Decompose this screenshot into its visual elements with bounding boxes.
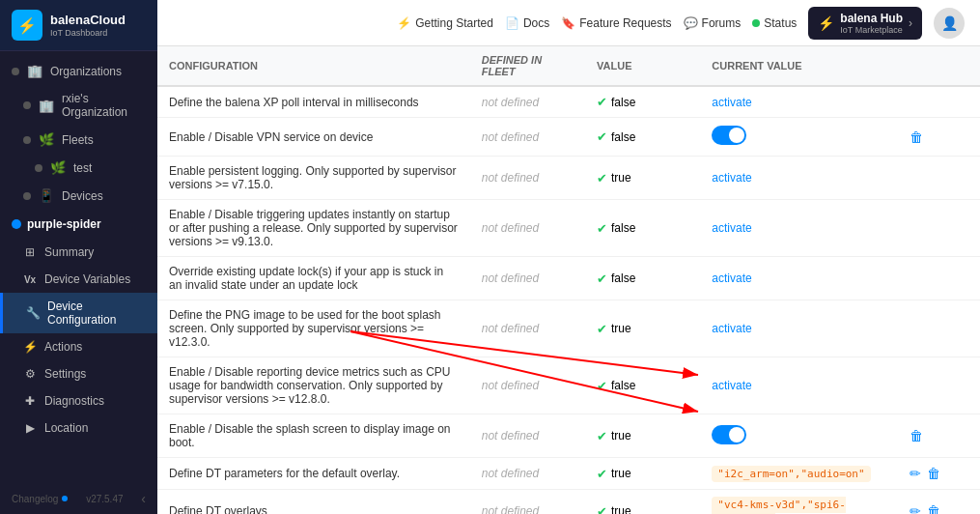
config-current-value[interactable]: activate (700, 257, 897, 300)
rxie-label: rxie's Organization (62, 92, 146, 119)
toggle-switch[interactable] (712, 126, 746, 145)
table-row: Enable / Disable reporting device metric… (157, 357, 980, 414)
delete-button[interactable]: 🗑 (910, 129, 923, 145)
test-label: test (73, 161, 92, 175)
sidebar-item-actions[interactable]: ⚡ Actions (0, 333, 157, 360)
device-config-icon: 🔧 (26, 306, 40, 320)
hub-icon: ⚡ (818, 15, 834, 31)
table-row: Define the PNG image to be used for the … (157, 300, 980, 357)
sidebar-item-summary[interactable]: ⊞ Summary (0, 239, 157, 266)
delete-button[interactable]: 🗑 (910, 428, 923, 443)
sidebar-item-rxie-org[interactable]: 🏢 rxie's Organization (0, 85, 157, 126)
feature-requests-link[interactable]: 🔖 Feature Requests (561, 16, 671, 30)
activate-link[interactable]: activate (712, 379, 751, 392)
check-icon: ✔ (597, 171, 607, 186)
delete-button[interactable]: 🗑 (927, 503, 940, 514)
delete-button[interactable]: 🗑 (927, 466, 940, 481)
config-value: ✔false (585, 86, 700, 118)
sidebar-footer: Changelog v27.5.47 ‹ (0, 483, 157, 514)
table-row: Override existing update lock(s) if your… (157, 257, 980, 300)
config-value: ✔true (585, 414, 700, 458)
sidebar-nav: 🏢 Organizations 🏢 rxie's Organization 🌿 … (0, 51, 157, 483)
fleets-dot (23, 136, 31, 144)
activate-link[interactable]: activate (712, 96, 751, 109)
col-header-value: Value (585, 46, 700, 86)
config-name: Enable / Disable reporting device metric… (157, 357, 470, 414)
device-config-label: Device Configuration (47, 300, 146, 327)
sidebar-item-devices[interactable]: 📱 Devices (0, 182, 157, 210)
config-current-value[interactable]: activate (700, 200, 897, 257)
changelog-label: Changelog (12, 494, 58, 504)
status-label: Status (764, 16, 797, 30)
config-name: Override existing update lock(s) if your… (157, 257, 470, 300)
config-current-value[interactable] (700, 414, 897, 458)
sidebar-item-settings[interactable]: ⚙ Settings (0, 360, 157, 387)
col-header-current: Current Value (700, 46, 897, 86)
row-actions: ✏🗑 (898, 490, 980, 515)
config-defined: not defined (470, 86, 585, 118)
config-current-value[interactable]: activate (700, 157, 897, 200)
config-value: ✔false (585, 200, 700, 257)
activate-link[interactable]: activate (712, 171, 751, 185)
actions-icon: ⚡ (23, 340, 37, 354)
sidebar-item-test[interactable]: 🌿 test (0, 154, 157, 182)
config-name: Define the PNG image to be used for the … (157, 300, 470, 357)
devices-dot (23, 192, 31, 200)
docs-icon: 📄 (505, 16, 519, 30)
fleets-icon: 🌿 (39, 132, 54, 147)
config-value: ✔true (585, 458, 700, 490)
config-current-value[interactable] (700, 118, 897, 157)
config-name: Define DT parameters for the default ove… (157, 458, 470, 490)
value-text: false (611, 130, 635, 144)
value-text: true (611, 322, 631, 335)
content-area: Configuration Defined in fleet Value Cur… (157, 46, 980, 514)
device-name: purple-spider (27, 217, 101, 231)
docs-link[interactable]: 📄 Docs (505, 16, 549, 30)
hub-button[interactable]: ⚡ balena Hub IoT Marketplace › (808, 7, 922, 40)
config-defined: not defined (470, 458, 585, 490)
check-icon: ✔ (597, 467, 607, 481)
rxie-icon: 🏢 (39, 99, 54, 113)
docs-label: Docs (523, 16, 549, 30)
row-actions (898, 86, 980, 118)
config-current-value[interactable]: activate (700, 300, 897, 357)
logo-name: balenaCloud (50, 13, 126, 28)
sidebar-item-diagnostics[interactable]: ✚ Diagnostics (0, 387, 157, 414)
lightning-icon: ⚡ (397, 16, 411, 30)
sidebar-item-device-configuration[interactable]: 🔧 Device Configuration (0, 293, 157, 333)
check-icon: ✔ (597, 504, 607, 515)
activate-link[interactable]: activate (712, 322, 751, 335)
config-current-value[interactable]: activate (700, 357, 897, 414)
getting-started-link[interactable]: ⚡ Getting Started (397, 16, 493, 30)
settings-icon: ⚙ (23, 367, 37, 381)
config-defined: not defined (470, 300, 585, 357)
hub-sub: IoT Marketplace (840, 25, 903, 35)
edit-button[interactable]: ✏ (910, 466, 921, 481)
row-actions (898, 157, 980, 200)
activate-link[interactable]: activate (712, 221, 751, 235)
config-name: Define the balena XP poll interval in mi… (157, 86, 470, 118)
value-text: true (611, 504, 631, 514)
edit-button[interactable]: ✏ (910, 503, 921, 514)
value-text: false (611, 379, 635, 392)
value-text: true (611, 429, 631, 443)
table-row: Enable / Disable the splash screen to di… (157, 414, 980, 458)
sidebar-item-fleets[interactable]: 🌿 Fleets (0, 126, 157, 154)
user-avatar[interactable]: 👤 (934, 8, 965, 39)
sidebar-item-device-variables[interactable]: Vx Device Variables (0, 266, 157, 293)
activate-link[interactable]: activate (712, 271, 751, 285)
sidebar-item-location[interactable]: ▶ Location (0, 414, 157, 442)
config-name: Enable / Disable triggering updates inst… (157, 200, 470, 257)
value-chip: "vc4-kms-v3d","spi6-1cs,cs... (712, 497, 845, 514)
row-actions (898, 300, 980, 357)
value-text: false (611, 96, 635, 109)
toggle-switch[interactable] (712, 425, 746, 444)
col-header-actions (898, 46, 980, 86)
config-defined: not defined (470, 200, 585, 257)
sidebar-item-organizations[interactable]: 🏢 Organizations (0, 57, 157, 85)
collapse-button[interactable]: ‹ (141, 491, 146, 506)
device-status-dot (12, 219, 21, 229)
config-current-value[interactable]: activate (700, 86, 897, 118)
forums-link[interactable]: 💬 Forums (684, 16, 742, 30)
config-defined: not defined (470, 118, 585, 157)
